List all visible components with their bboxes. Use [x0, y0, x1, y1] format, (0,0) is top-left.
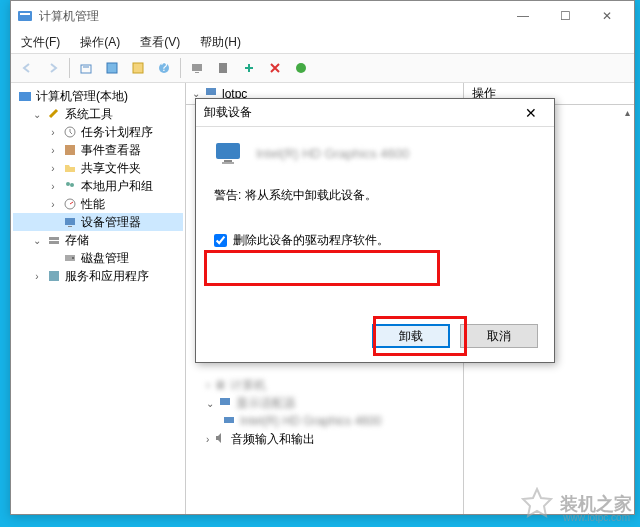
svg-rect-19 [49, 237, 59, 240]
star-icon [520, 487, 554, 521]
menubar: 文件(F) 操作(A) 查看(V) 帮助(H) [11, 31, 634, 53]
tree-shared-folders[interactable]: › 共享文件夹 [13, 159, 183, 177]
computer-icon[interactable] [185, 56, 209, 80]
tree-system-tools[interactable]: ⌄ 系统工具 [13, 105, 183, 123]
svg-rect-2 [81, 65, 91, 73]
dialog-titlebar[interactable]: 卸载设备 ✕ [196, 99, 554, 127]
svg-rect-0 [18, 11, 32, 21]
svg-rect-23 [49, 271, 59, 281]
refresh-button[interactable] [100, 56, 124, 80]
dialog-close-button[interactable]: ✕ [516, 101, 546, 125]
device-icon[interactable] [211, 56, 235, 80]
svg-rect-1 [20, 13, 30, 15]
svg-rect-7 [192, 64, 202, 71]
expand-icon[interactable]: › [47, 181, 59, 192]
expand-icon[interactable]: › [47, 127, 59, 138]
menu-help[interactable]: 帮助(H) [196, 32, 245, 53]
tree-event-viewer[interactable]: › 事件查看器 [13, 141, 183, 159]
minimize-button[interactable]: — [502, 2, 544, 30]
collapse-icon[interactable]: ⌄ [31, 235, 43, 246]
up-button[interactable] [74, 56, 98, 80]
wrench-icon [46, 106, 62, 122]
expand-icon[interactable]: › [47, 199, 59, 210]
svg-rect-4 [133, 63, 143, 73]
menu-action[interactable]: 操作(A) [76, 32, 124, 53]
delete-driver-checkbox-row[interactable]: 删除此设备的驱动程序软件。 [214, 232, 536, 249]
speaker-icon [213, 431, 227, 448]
perf-icon [62, 196, 78, 212]
svg-point-14 [66, 182, 70, 186]
expand-icon[interactable]: › [47, 145, 59, 156]
properties-button[interactable] [126, 56, 150, 80]
enable-button[interactable] [289, 56, 313, 80]
users-icon [62, 178, 78, 194]
expand-icon[interactable]: › [47, 163, 59, 174]
navigation-tree[interactable]: 计算机管理(本地) ⌄ 系统工具 › 任务计划程序 › 事件查看器 › 共享文件… [11, 83, 186, 514]
services-icon [46, 268, 62, 284]
expand-icon[interactable]: › [31, 271, 43, 282]
display-icon [214, 141, 246, 165]
svg-rect-27 [216, 143, 240, 159]
svg-rect-13 [65, 145, 75, 155]
titlebar[interactable]: 计算机管理 — ☐ ✕ [11, 1, 634, 31]
svg-point-22 [72, 257, 74, 259]
delete-button[interactable] [263, 56, 287, 80]
app-icon [17, 8, 33, 24]
tree-services[interactable]: › 服务和应用程序 [13, 267, 183, 285]
scan-button[interactable] [237, 56, 261, 80]
tree-storage[interactable]: ⌄ 存储 [13, 231, 183, 249]
close-button[interactable]: ✕ [586, 2, 628, 30]
maximize-button[interactable]: ☐ [544, 2, 586, 30]
monitor-icon [218, 395, 232, 412]
warning-text: 警告: 将从系统中卸载此设备。 [214, 187, 536, 204]
svg-rect-29 [222, 162, 234, 164]
svg-rect-17 [65, 218, 75, 225]
svg-point-10 [296, 63, 306, 73]
collapse-icon[interactable]: ⌄ [31, 109, 43, 120]
tree-local-users[interactable]: › 本地用户和组 [13, 177, 183, 195]
svg-point-15 [70, 183, 74, 187]
delete-driver-checkbox[interactable] [214, 234, 227, 247]
cancel-button[interactable]: 取消 [460, 324, 538, 348]
uninstall-button[interactable]: 卸载 [372, 324, 450, 348]
device-mgr-icon [62, 214, 78, 230]
device-info-row: Intel(R) HD Graphics 4600 [214, 141, 536, 165]
checkbox-label: 删除此设备的驱动程序软件。 [233, 232, 389, 249]
forward-button[interactable] [41, 56, 65, 80]
folder-icon [62, 160, 78, 176]
storage-icon [46, 232, 62, 248]
watermark-url: www.lotpc.com [563, 512, 630, 523]
device-item[interactable]: Intel(R) HD Graphics 4600 [192, 412, 457, 430]
svg-rect-8 [195, 72, 199, 73]
tree-disk-mgmt[interactable]: 磁盘管理 [13, 249, 183, 267]
tree-task-scheduler[interactable]: › 任务计划程序 [13, 123, 183, 141]
toolbar: ? [11, 53, 634, 83]
watermark: 装机之家 www.lotpc.com [520, 487, 632, 521]
gpu-icon [222, 413, 236, 430]
dialog-body: Intel(R) HD Graphics 4600 警告: 将从系统中卸载此设备… [196, 127, 554, 263]
svg-rect-24 [206, 88, 216, 95]
svg-rect-11 [19, 92, 31, 101]
separator [69, 58, 70, 78]
svg-rect-25 [220, 398, 230, 405]
tree-performance[interactable]: › 性能 [13, 195, 183, 213]
svg-rect-20 [49, 241, 59, 244]
svg-rect-18 [68, 226, 72, 227]
dialog-title: 卸载设备 [204, 104, 516, 121]
collapse-arrow-icon[interactable]: ▴ [625, 107, 630, 118]
tree-device-manager[interactable]: 设备管理器 [13, 213, 183, 231]
help-button[interactable]: ? [152, 56, 176, 80]
device-row[interactable]: ›🖥计算机 [192, 376, 457, 394]
disk-icon [62, 250, 78, 266]
svg-rect-3 [107, 63, 117, 73]
tree-root[interactable]: 计算机管理(本地) [13, 87, 183, 105]
svg-text:?: ? [161, 61, 168, 74]
menu-file[interactable]: 文件(F) [17, 32, 64, 53]
svg-rect-9 [219, 63, 227, 73]
device-category-audio[interactable]: ›音频输入和输出 [192, 430, 457, 448]
device-category-display[interactable]: ⌄显示适配器 [192, 394, 457, 412]
menu-view[interactable]: 查看(V) [136, 32, 184, 53]
mmc-icon [17, 88, 33, 104]
back-button[interactable] [15, 56, 39, 80]
svg-rect-26 [224, 417, 234, 423]
